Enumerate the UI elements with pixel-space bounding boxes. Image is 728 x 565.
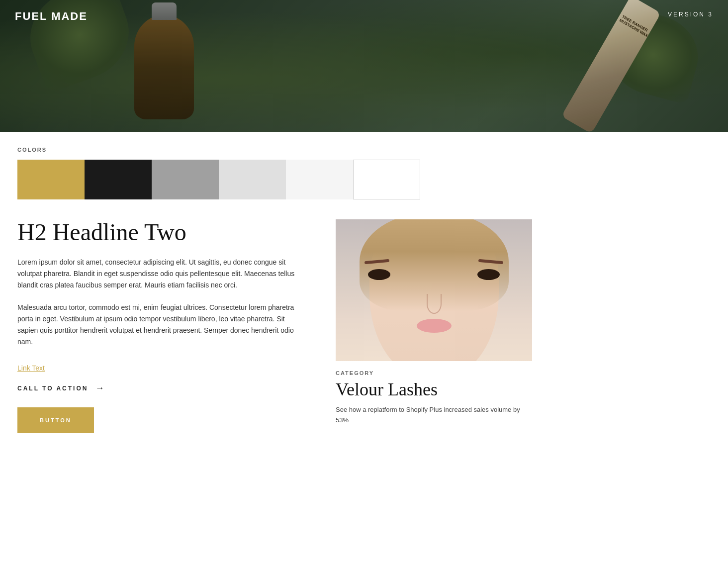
headline-h2: H2 Headline Two	[17, 219, 306, 246]
card-meta: CATEGORY Velour Lashes See how a replatf…	[336, 361, 532, 426]
bottle-amber-decoration	[134, 15, 194, 119]
brand-logo: FUEL MADE	[15, 10, 88, 23]
face-illustration	[336, 219, 532, 361]
swatch-black	[85, 160, 152, 199]
swatch-off-white	[286, 160, 353, 199]
body-paragraph-1: Lorem ipsum dolor sit amet, consectetur …	[17, 257, 306, 291]
swatch-light-gray	[219, 160, 286, 199]
nose-shape	[427, 294, 442, 314]
colors-section: COLORS	[0, 132, 728, 209]
cta-label: CALL TO ACTION	[17, 385, 88, 392]
main-content: H2 Headline Two Lorem ipsum dolor sit am…	[0, 209, 728, 453]
card-category: CATEGORY	[336, 370, 532, 376]
swatch-gray	[152, 160, 219, 199]
card-title: Velour Lashes	[336, 379, 532, 400]
body-paragraph-2: Malesuada arcu tortor, commodo est mi, e…	[17, 302, 306, 348]
right-column: CATEGORY Velour Lashes See how a replatf…	[336, 219, 532, 433]
swatch-gold	[17, 160, 85, 199]
eye-right	[477, 269, 500, 280]
hero-section: FUEL MADE VERSION 3	[0, 0, 728, 132]
color-swatches-row	[17, 160, 711, 199]
eye-left	[368, 269, 390, 280]
primary-button[interactable]: BUTTON	[17, 407, 94, 433]
lips-shape	[417, 319, 452, 333]
colors-label: COLORS	[17, 147, 711, 153]
version-label: VERSION 3	[668, 11, 713, 18]
cta-arrow-icon: →	[95, 383, 104, 393]
product-image	[336, 219, 532, 361]
swatch-white	[353, 160, 420, 199]
cta-row: CALL TO ACTION →	[17, 383, 306, 393]
link-text[interactable]: Link Text	[17, 364, 45, 372]
left-column: H2 Headline Two Lorem ipsum dolor sit am…	[17, 219, 306, 433]
card-description: See how a replatform to Shopify Plus inc…	[336, 405, 532, 426]
